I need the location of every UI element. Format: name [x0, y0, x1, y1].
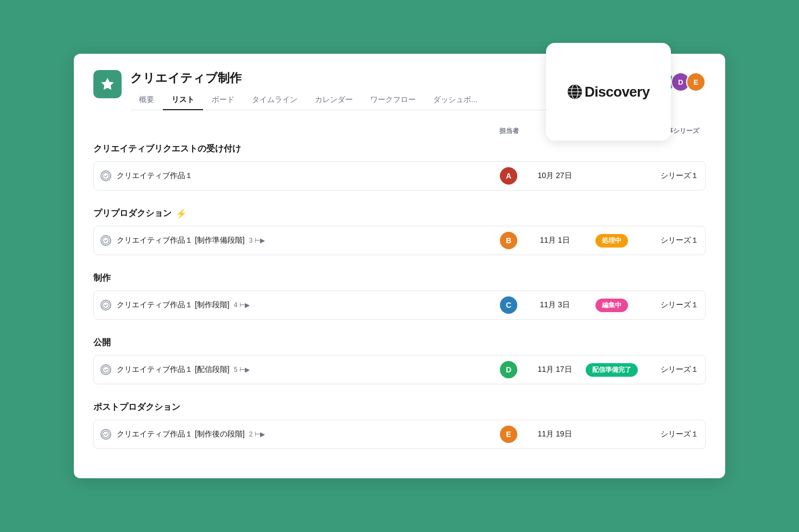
badge-processing: 処理中: [595, 234, 628, 248]
task-check[interactable]: [100, 300, 111, 311]
avatar-5: E: [686, 72, 706, 92]
main-container: Discovery クリエイティブ制作 概要 リスト ボード タイムライン カレ…: [74, 54, 725, 478]
series-label: シリーズ１: [644, 429, 699, 439]
tab-workflow[interactable]: ワークフロー: [362, 91, 424, 110]
section-title-5: ポストプロダクション: [93, 402, 180, 413]
task-check[interactable]: [100, 364, 111, 375]
section-group-3: 制作 クリエイティブ作品１ [制作段階] 4 ⊢▶ C 11月 3日: [93, 268, 706, 320]
due-date: 10月 27日: [530, 171, 579, 181]
assignee-cell: D: [487, 361, 530, 378]
section-group-5: ポストプロダクション クリエイティブ作品１ [制作後の段階] 2 ⊢▶ E 11…: [93, 397, 706, 449]
status-badge: 処理中: [579, 234, 644, 248]
series-label: シリーズ１: [644, 171, 699, 181]
svg-point-10: [103, 431, 109, 438]
project-icon: [93, 70, 122, 98]
col-assignee-header: 担当者: [487, 126, 531, 136]
table-row[interactable]: クリエイティブ作品１ [制作段階] 4 ⊢▶ C 11月 3日 編集中 シリーズ…: [93, 290, 706, 320]
tab-calendar[interactable]: カレンダー: [306, 91, 362, 110]
tab-list[interactable]: リスト: [163, 91, 203, 110]
svg-point-6: [103, 173, 109, 179]
task-name: クリエイティブ作品１ [制作準備段階] 3 ⊢▶: [117, 236, 487, 245]
svg-point-8: [103, 302, 109, 308]
svg-point-9: [103, 366, 109, 373]
section-title-2: プリプロダクション: [93, 208, 172, 219]
assignee-avatar: A: [500, 167, 517, 185]
due-date: 11月 1日: [530, 236, 579, 245]
assignee-cell: C: [487, 296, 530, 314]
task-meta: 4 ⊢▶: [234, 301, 250, 309]
status-badge: 編集中: [579, 299, 644, 312]
task-name: クリエイティブ作品１ [制作後の段階] 2 ⊢▶: [117, 429, 487, 439]
status-badge: 配信準備完了: [579, 363, 644, 377]
discovery-logo-text: Discovery: [585, 84, 650, 100]
task-name: クリエイティブ作品１ [制作段階] 4 ⊢▶: [117, 300, 487, 310]
star-icon: [100, 77, 115, 92]
section-title-1: クリエイティブリクエストの受け付け: [93, 143, 241, 155]
section-header-2: プリプロダクション ⚡: [93, 204, 706, 224]
task-table: 担当者 期日 配信ステータス 記事シリーズ クリエイティブリクエストの受け付け …: [93, 123, 706, 449]
lightning-icon: ⚡: [176, 208, 187, 219]
due-date: 11月 17日: [530, 365, 579, 375]
table-row[interactable]: クリエイティブ作品１ [制作準備段階] 3 ⊢▶ B 11月 1日 処理中 シリ…: [93, 226, 706, 255]
series-label: シリーズ１: [644, 365, 699, 375]
task-check[interactable]: [100, 429, 111, 440]
assignee-avatar: B: [500, 232, 517, 249]
section-group-4: 公開 クリエイティブ作品１ [配信段階] 5 ⊢▶ D 11月 17日: [93, 333, 706, 384]
section-header-1: クリエイティブリクエストの受け付け: [93, 139, 706, 159]
table-row[interactable]: クリエイティブ作品１ A 10月 27日 シリーズ１: [93, 161, 706, 191]
series-label: シリーズ１: [644, 300, 699, 310]
task-meta: 5 ⊢▶: [234, 366, 250, 373]
task-check[interactable]: [100, 235, 111, 246]
assignee-cell: E: [487, 426, 530, 443]
task-name: クリエイティブ作品１ [配信段階] 5 ⊢▶: [117, 365, 487, 375]
badge-editing: 編集中: [595, 299, 628, 312]
section-title-4: 公開: [93, 337, 111, 349]
globe-icon: [567, 84, 582, 99]
task-meta: 2 ⊢▶: [249, 430, 265, 438]
table-row[interactable]: クリエイティブ作品１ [配信段階] 5 ⊢▶ D 11月 17日 配信準備完了 …: [93, 355, 706, 384]
assignee-cell: A: [487, 167, 530, 185]
tab-dashboard[interactable]: ダッシュボ...: [424, 91, 486, 110]
assignee-avatar: E: [500, 426, 517, 443]
assignee-avatar: D: [500, 361, 517, 378]
section-header-3: 制作: [93, 268, 706, 288]
section-group-2: プリプロダクション ⚡ クリエイティブ作品１ [制作準備段階] 3 ⊢▶ B: [93, 204, 706, 255]
section-header-5: ポストプロダクション: [93, 397, 706, 417]
section-title-3: 制作: [93, 273, 111, 284]
discovery-logo: Discovery: [567, 84, 650, 100]
task-check[interactable]: [100, 170, 111, 181]
due-date: 11月 19日: [530, 429, 579, 439]
due-date: 11月 3日: [530, 300, 579, 310]
discovery-card: Discovery: [546, 43, 671, 141]
section-group-1: クリエイティブリクエストの受け付け クリエイティブ作品１ A 10月 27日 シ…: [93, 139, 706, 191]
task-meta: 3 ⊢▶: [249, 237, 265, 244]
assignee-avatar: C: [500, 296, 517, 314]
badge-ready: 配信準備完了: [586, 363, 638, 377]
tab-overview[interactable]: 概要: [130, 91, 163, 110]
task-name: クリエイティブ作品１: [117, 171, 487, 181]
table-row[interactable]: クリエイティブ作品１ [制作後の段階] 2 ⊢▶ E 11月 19日 シリーズ１: [93, 420, 706, 449]
assignee-cell: B: [487, 232, 530, 249]
series-label: シリーズ１: [644, 236, 699, 245]
section-header-4: 公開: [93, 333, 706, 353]
tab-timeline[interactable]: タイムライン: [243, 91, 306, 110]
svg-point-7: [103, 237, 109, 244]
tab-board[interactable]: ボード: [203, 91, 243, 110]
